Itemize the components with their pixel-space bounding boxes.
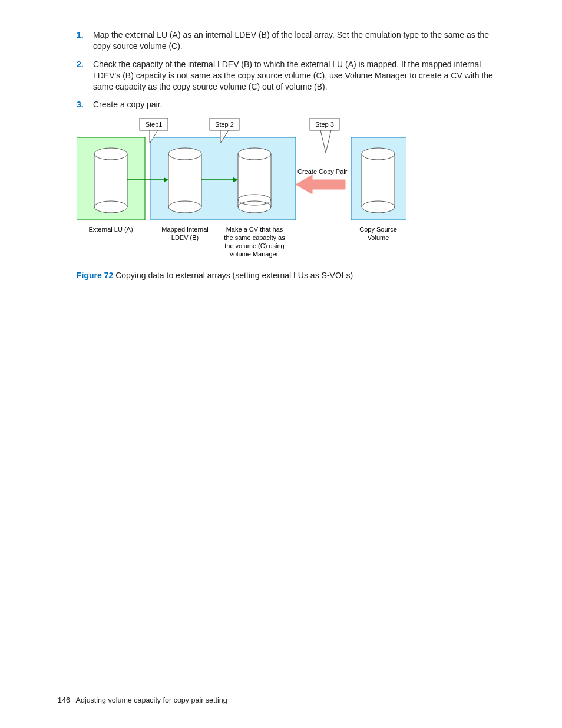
step-text: Map the external LU (A) as an internal L…	[93, 30, 489, 51]
footer-title: Adjusting volume capacity for copy pair …	[76, 696, 227, 704]
svg-point-7	[168, 201, 201, 213]
figure-caption: Figure 72 Copying data to external array…	[77, 271, 497, 280]
cylinder-mapped-ldev	[168, 148, 201, 213]
svg-point-11	[238, 148, 271, 160]
svg-point-12	[238, 201, 271, 213]
figure-caption-text: Copying data to external arrays (setting…	[113, 271, 353, 280]
step-item: 3. Create a copy pair.	[77, 99, 497, 110]
cylinder-cv	[238, 148, 271, 213]
svg-point-2	[94, 201, 127, 213]
label-mapped-2: LDEV (B)	[171, 234, 199, 241]
steps-list: 1. Map the external LU (A) as an interna…	[77, 29, 497, 110]
create-copy-pair-arrow	[296, 175, 345, 194]
page-number: 146	[58, 696, 70, 704]
svg-text:Step1: Step1	[146, 121, 163, 128]
page-footer: 146 Adjusting volume capacity for copy p…	[58, 696, 227, 704]
svg-rect-10	[238, 154, 271, 207]
svg-marker-34	[320, 130, 331, 153]
step-number: 3.	[77, 99, 84, 110]
step-item: 1. Map the external LU (A) as an interna…	[77, 29, 497, 52]
step-text: Check the capacity of the internal LDEV …	[93, 60, 493, 91]
figure-number: Figure 72	[77, 271, 113, 280]
step-item: 2. Check the capacity of the internal LD…	[77, 59, 497, 93]
label-copysrc-2: Volume	[368, 234, 389, 241]
svg-text:Step 3: Step 3	[315, 121, 334, 128]
diagram-svg: Create Copy Pair Step1 Step 2 Step 3	[77, 118, 406, 266]
step3-label: Step 3	[310, 118, 339, 153]
label-makecv-3: the volume (C) using	[224, 242, 285, 249]
create-copy-pair-label: Create Copy Pair	[297, 168, 348, 175]
label-external-lu: External LU (A)	[88, 226, 133, 233]
label-copysrc-1: Copy Source	[359, 226, 397, 233]
svg-point-1	[94, 148, 127, 160]
svg-point-6	[168, 148, 201, 160]
step-number: 2.	[77, 59, 84, 70]
svg-point-18	[362, 201, 395, 213]
svg-marker-25	[296, 175, 345, 194]
label-makecv-4: Volume Manager.	[229, 251, 280, 258]
svg-point-17	[362, 148, 395, 160]
label-mapped-1: Mapped Internal	[161, 226, 209, 233]
figure-diagram: Create Copy Pair Step1 Step 2 Step 3	[77, 118, 497, 280]
svg-text:Step 2: Step 2	[215, 121, 234, 128]
svg-rect-16	[362, 154, 395, 207]
label-makecv-2: the same capacity as	[224, 234, 285, 241]
step-number: 1.	[77, 29, 84, 41]
svg-rect-0	[94, 154, 127, 207]
label-makecv-1: Make a CV that has	[226, 226, 283, 233]
svg-rect-5	[168, 154, 201, 207]
cylinder-external-lu	[94, 148, 127, 213]
cylinder-copy-source	[362, 148, 395, 213]
step-text: Create a copy pair.	[93, 100, 163, 109]
